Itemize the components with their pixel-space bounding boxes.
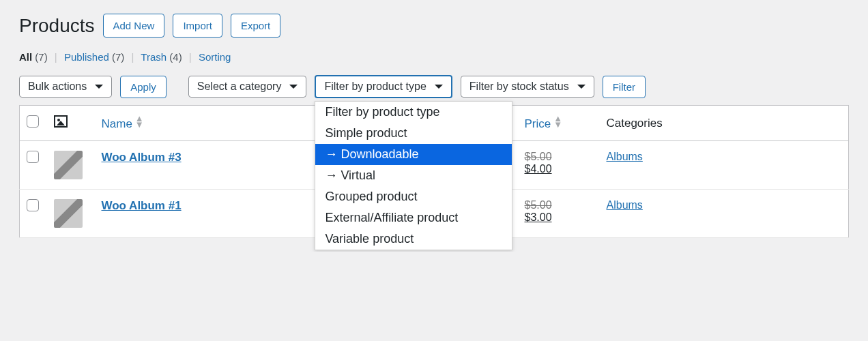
- category-link[interactable]: Albums: [607, 151, 643, 162]
- filter-button[interactable]: Filter: [603, 76, 646, 98]
- product-type-option[interactable]: Variable product: [315, 228, 512, 250]
- categories-column-header[interactable]: Categories: [600, 106, 849, 141]
- sort-icon: ▲▼: [553, 115, 562, 128]
- image-column-icon: [54, 115, 68, 128]
- product-type-option[interactable]: Grouped product: [315, 186, 512, 207]
- product-name-link[interactable]: Woo Album #3: [102, 151, 182, 164]
- view-filters: All (7) | Published (7) | Trash (4) | So…: [19, 51, 849, 63]
- product-type-dropdown: Filter by product typeSimple product→ Do…: [315, 101, 512, 250]
- filter-sorting[interactable]: Sorting: [199, 51, 231, 63]
- filter-all-count: (7): [35, 51, 47, 63]
- filter-published[interactable]: Published: [64, 51, 109, 63]
- category-link[interactable]: Albums: [607, 199, 643, 211]
- price-new: $4.00: [525, 163, 552, 175]
- product-type-option[interactable]: Filter by product type: [315, 102, 512, 123]
- category-select[interactable]: Select a category: [188, 76, 307, 98]
- apply-button[interactable]: Apply: [120, 76, 167, 98]
- price-old: $5.00: [525, 199, 552, 211]
- filter-trash-count: (4): [169, 51, 182, 63]
- product-name-link[interactable]: Woo Album #1: [102, 199, 182, 212]
- price-new: $3.00: [525, 211, 552, 223]
- add-new-button[interactable]: Add New: [103, 14, 165, 38]
- page-title: Products: [19, 15, 95, 37]
- import-button[interactable]: Import: [173, 14, 222, 38]
- select-all-checkbox[interactable]: [27, 115, 39, 128]
- row-checkbox[interactable]: [27, 199, 39, 211]
- filter-all[interactable]: All: [19, 51, 32, 63]
- product-type-option[interactable]: External/Affiliate product: [315, 207, 512, 228]
- price-old: $5.00: [525, 151, 552, 162]
- product-type-option[interactable]: → Virtual: [315, 165, 512, 186]
- filter-trash[interactable]: Trash: [141, 51, 167, 63]
- product-thumbnail[interactable]: [54, 151, 83, 179]
- sort-icon: ▲▼: [135, 115, 144, 128]
- filter-published-count: (7): [112, 51, 124, 63]
- price-column-header[interactable]: Price▲▼: [525, 117, 563, 130]
- product-thumbnail[interactable]: [54, 199, 83, 228]
- export-button[interactable]: Export: [231, 14, 280, 38]
- name-column-header[interactable]: Name▲▼: [102, 117, 144, 130]
- row-checkbox[interactable]: [27, 151, 39, 163]
- stock-status-select[interactable]: Filter by stock status: [461, 76, 594, 98]
- product-type-select[interactable]: Filter by product type: [315, 75, 452, 98]
- product-type-option[interactable]: Simple product: [315, 123, 512, 144]
- bulk-actions-select[interactable]: Bulk actions: [19, 76, 112, 98]
- product-type-option[interactable]: → Downloadable: [315, 144, 512, 165]
